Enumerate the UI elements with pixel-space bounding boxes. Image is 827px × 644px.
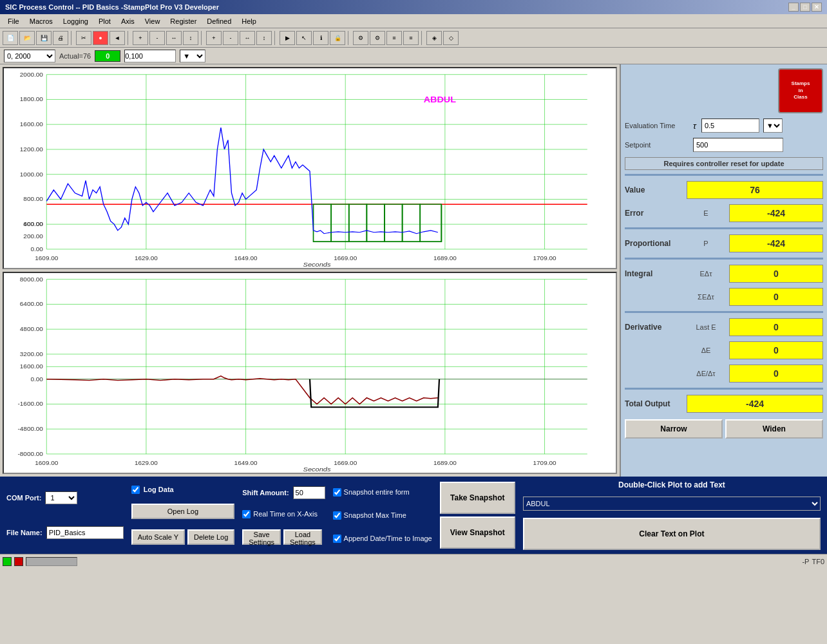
file-name-input[interactable] — [46, 526, 124, 539]
save-settings-button[interactable]: Save Settings — [242, 529, 281, 545]
top-plot[interactable]: 2000.00 1800.00 1600.00 1200.00 1000.00 … — [3, 67, 617, 269]
total-output-label: Total Output — [625, 399, 683, 408]
com-port-select[interactable]: 1 — [45, 491, 77, 504]
tb-cut[interactable]: ✂ — [76, 31, 91, 45]
tb-rec[interactable]: ● — [93, 31, 108, 45]
tb-extra2[interactable]: ◇ — [443, 31, 459, 45]
menu-file[interactable]: File — [3, 16, 24, 26]
svg-text:ABDUL: ABDUL — [424, 95, 456, 104]
shift-amount-input[interactable] — [293, 486, 325, 499]
log-section: Log Data Open Log Auto Scale Y Delete Lo… — [131, 480, 235, 550]
menu-plot[interactable]: Plot — [93, 16, 116, 26]
integral-display: 0 — [729, 265, 823, 283]
tb-back[interactable]: ◄ — [109, 31, 125, 45]
sigma-display: 0 — [729, 288, 823, 306]
eval-time-select[interactable]: ▼ — [763, 118, 783, 133]
svg-text:2000.00: 2000.00 — [20, 71, 43, 77]
snapshot-max-label: Snapshot Max Time — [344, 511, 406, 519]
tb-zoomin[interactable]: + — [133, 31, 148, 45]
tb-zoomout[interactable]: - — [149, 31, 165, 45]
text-select[interactable]: ABDUL — [523, 497, 821, 511]
menu-defined[interactable]: Defined — [202, 16, 236, 26]
range-select[interactable]: 0, 2000 — [4, 50, 55, 62]
minimize-btn[interactable]: _ — [788, 3, 799, 12]
svg-text:400.00: 400.00 — [23, 222, 43, 227]
status-progress — [26, 557, 77, 566]
clear-text-button[interactable]: Clear Text on Plot — [523, 518, 821, 550]
tb-cursor[interactable]: ↖ — [296, 31, 312, 45]
divider3 — [625, 258, 823, 260]
status-red-indicator — [14, 557, 23, 566]
tb-print[interactable]: 🖨 — [53, 31, 68, 45]
svg-text:6400.00: 6400.00 — [20, 301, 43, 307]
menu-help[interactable]: Help — [236, 16, 261, 26]
menu-view[interactable]: View — [140, 16, 166, 26]
close-btn[interactable]: ✕ — [812, 3, 822, 12]
tb-zoomy2[interactable]: ↕ — [256, 31, 272, 45]
tb-zoomin2[interactable]: + — [206, 31, 222, 45]
svg-text:0.00: 0.00 — [30, 376, 43, 382]
delta-e-sub: ΔE — [687, 346, 725, 354]
delete-log-button[interactable]: Delete Log — [187, 529, 234, 545]
error-label: Error — [625, 209, 683, 218]
tb-new[interactable]: 📄 — [3, 31, 18, 45]
svg-text:-4800.00: -4800.00 — [18, 426, 43, 432]
logo: StampsinClass — [778, 68, 823, 113]
tb-zoomx[interactable]: ↔ — [166, 31, 182, 45]
tb-config1[interactable]: ⚙ — [353, 31, 368, 45]
integral-label: Integral — [625, 269, 683, 278]
com-port-section: COM Port: 1 File Name: — [6, 480, 124, 550]
setpoint-input[interactable] — [693, 138, 783, 152]
real-time-checkbox[interactable] — [242, 510, 251, 518]
tb-config2[interactable]: ⚙ — [370, 31, 385, 45]
reset-notice: Requires controller reset for update — [625, 157, 823, 170]
snapshot-max-checkbox[interactable] — [333, 511, 341, 520]
svg-text:1609.00: 1609.00 — [35, 460, 58, 466]
shift-amount-label: Shift Amount: — [242, 489, 289, 497]
snapshot-entire-checkbox[interactable] — [333, 488, 341, 497]
svg-text:3200.00: 3200.00 — [20, 351, 43, 357]
error-sub: E — [687, 209, 725, 217]
range-input[interactable] — [124, 50, 176, 62]
tb-info[interactable]: ℹ — [313, 31, 328, 45]
eval-time-input[interactable] — [701, 118, 759, 133]
svg-text:Seconds: Seconds — [303, 261, 331, 268]
tb-extra1[interactable]: ◈ — [426, 31, 442, 45]
value-row: Value 76 — [625, 181, 823, 199]
range-select2[interactable]: ▼ — [180, 50, 205, 62]
menu-axis[interactable]: Axis — [116, 16, 140, 26]
narrow-button[interactable]: Narrow — [625, 419, 723, 439]
prop-label: Proportional — [625, 239, 683, 248]
tb-config4[interactable]: ≡ — [403, 31, 419, 45]
menu-register[interactable]: Register — [165, 16, 202, 26]
svg-text:200.00: 200.00 — [23, 234, 43, 240]
tb-zoomy[interactable]: ↕ — [183, 31, 198, 45]
view-snapshot-button[interactable]: View Snapshot — [440, 516, 515, 549]
status-bar: -P TF0 — [0, 554, 827, 568]
tb-config3[interactable]: ≡ — [386, 31, 402, 45]
svg-text:1800.00: 1800.00 — [20, 97, 43, 102]
tb-play[interactable]: ▶ — [280, 31, 295, 45]
tb-zoomx2[interactable]: ↔ — [240, 31, 255, 45]
widen-button[interactable]: Widen — [725, 419, 823, 439]
svg-text:1689.00: 1689.00 — [433, 256, 457, 261]
load-settings-button[interactable]: Load Settings — [283, 529, 322, 545]
window-controls[interactable]: _ □ ✕ — [788, 3, 822, 12]
open-log-button[interactable]: Open Log — [131, 504, 235, 519]
tb-lock[interactable]: 🔒 — [330, 31, 345, 45]
append-date-label: Append Date/Time to Image — [344, 535, 432, 542]
take-snapshot-button[interactable]: Take Snapshot — [440, 482, 515, 514]
append-date-checkbox[interactable] — [333, 535, 341, 543]
auto-scale-button[interactable]: Auto Scale Y — [131, 529, 185, 545]
tb-open[interactable]: 📂 — [19, 31, 35, 45]
tb-save[interactable]: 💾 — [36, 31, 52, 45]
bottom-plot[interactable]: 8000.00 6400.00 4800.00 3200.00 1600.00 … — [3, 272, 617, 474]
menu-macros[interactable]: Macros — [24, 16, 58, 26]
prop-display: -424 — [729, 234, 823, 252]
tb-zoomout2[interactable]: - — [223, 31, 238, 45]
menu-logging[interactable]: Logging — [58, 16, 93, 26]
snapshot-buttons: Take Snapshot View Snapshot — [440, 480, 515, 550]
log-data-checkbox[interactable] — [131, 486, 140, 494]
shift-section: Shift Amount: Real Time on X-Axis Save S… — [242, 480, 325, 550]
maximize-btn[interactable]: □ — [800, 3, 810, 12]
